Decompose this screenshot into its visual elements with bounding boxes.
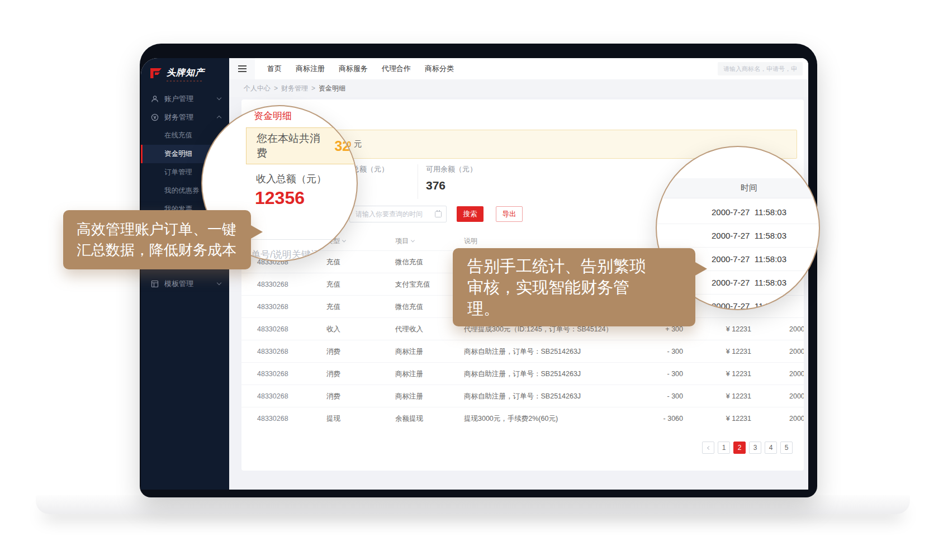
sidebar-item-label: 模板管理 <box>164 279 193 289</box>
column-header-project[interactable]: 项目 <box>395 236 414 246</box>
search-button[interactable]: 搜索 <box>457 206 484 222</box>
callout-left: 高效管理账户订单、一键 汇总数据，降低财务成本 <box>63 210 251 269</box>
nav-item-trademark-services[interactable]: 商标服务 <box>339 64 368 74</box>
breadcrumb-finance[interactable]: 财务管理 <box>281 84 308 93</box>
template-icon <box>150 279 159 288</box>
table-row: 48330268 消费 商标注册 商标自助注册，订单号：SB2514263J -… <box>241 362 804 385</box>
table-row: 48330268 消费 商标注册 商标自助注册，订单号：SB2514263J -… <box>241 340 804 362</box>
notice-unit: 元 <box>354 139 362 149</box>
prev-page-button[interactable] <box>702 442 714 454</box>
breadcrumb-personal-center[interactable]: 个人中心 <box>244 84 271 93</box>
calendar-icon[interactable] <box>435 211 442 217</box>
trademark-search-input[interactable] <box>718 62 803 75</box>
stat-available-balance: 可用余额（元） 376 <box>418 164 506 199</box>
brand-tagline-dots <box>167 80 203 82</box>
breadcrumb: 个人中心 > 财务管理 > 资金明细 <box>229 79 808 97</box>
user-icon <box>150 94 159 103</box>
time-query-input[interactable] <box>349 206 447 222</box>
page-button-3[interactable]: 3 <box>749 442 761 454</box>
stage: 头牌知产 账户管理 财务管理 <box>0 0 948 560</box>
lens-time-row: 2000-7-27 11:58:03 <box>657 224 819 248</box>
callout-arrow-icon <box>250 225 263 239</box>
callout-right: 告别手工统计、告别繁琐 审核，实现智能财务管 理。 <box>453 248 695 326</box>
page-button-4[interactable]: 4 <box>765 442 777 454</box>
lens-income-label: 收入总额（元） <box>256 172 326 186</box>
sidebar-item-finance[interactable]: 财务管理 <box>141 108 229 126</box>
pagination: 1 2 3 4 5 <box>702 442 793 454</box>
sidebar: 头牌知产 账户管理 财务管理 <box>141 58 229 490</box>
table-row: 48330268 提现 余额提现 提现3000元，手续费2%(60元) - 30… <box>241 407 804 429</box>
nav-item-trademark-registration[interactable]: 商标注册 <box>296 64 325 74</box>
chevron-up-icon <box>217 116 221 120</box>
chevron-down-icon <box>411 238 415 242</box>
callout-arrow-icon <box>694 262 707 276</box>
lens-income-value: 12356 <box>255 188 305 208</box>
page-button-2[interactable]: 2 <box>733 442 746 454</box>
nav-item-agency-cooperation[interactable]: 代理合作 <box>382 64 411 74</box>
breadcrumb-separator: > <box>311 84 315 92</box>
finance-icon <box>150 113 159 122</box>
lens-time-row: 2000-7-27 11:58:03 <box>657 201 819 224</box>
sidebar-item-label: 财务管理 <box>164 112 193 122</box>
sidebar-item-label: 账户管理 <box>164 94 193 104</box>
chevron-down-icon <box>217 281 221 285</box>
sidebar-item-template[interactable]: 模板管理 <box>141 274 229 293</box>
nav-item-home[interactable]: 首页 <box>267 64 282 74</box>
page-button-5[interactable]: 5 <box>780 442 793 454</box>
column-header-desc: 说明 <box>464 236 477 246</box>
chevron-down-icon <box>342 238 346 242</box>
nav-item-trademark-classification[interactable]: 商标分类 <box>425 64 454 74</box>
brand-logo: 头牌知产 <box>141 58 229 89</box>
breadcrumb-current: 资金明细 <box>319 84 345 93</box>
laptop-base <box>36 495 910 514</box>
lens-tab-label: 资金明细 <box>254 110 292 122</box>
top-navbar: 首页 商标注册 商标服务 代理合作 商标分类 <box>229 58 808 79</box>
top-menu: 首页 商标注册 商标服务 代理合作 商标分类 <box>267 64 454 74</box>
page-button-1[interactable]: 1 <box>718 442 730 454</box>
lens-time-header: 时间 <box>657 178 819 198</box>
brand-logo-icon <box>150 68 162 81</box>
brand-name: 头牌知产 <box>167 68 205 77</box>
hamburger-menu-button[interactable] <box>229 58 255 79</box>
sidebar-item-account[interactable]: 账户管理 <box>141 89 229 108</box>
table-row: 48330268 消费 商标注册 商标自助注册，订单号：SB2514263J -… <box>241 385 804 407</box>
hamburger-icon <box>238 68 247 69</box>
chevron-down-icon <box>217 96 221 100</box>
breadcrumb-separator: > <box>274 84 278 92</box>
export-button[interactable]: 导出 <box>496 206 523 222</box>
chevron-left-icon <box>707 445 710 449</box>
